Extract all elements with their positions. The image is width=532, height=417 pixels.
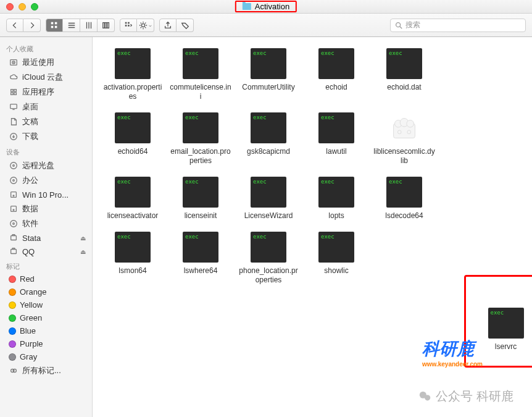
svg-point-11 [141, 23, 144, 27]
sidebar-item[interactable]: Stata⏏ [0, 231, 92, 245]
file-item[interactable]: echoid64 [99, 112, 167, 166]
ext-icon [9, 233, 19, 243]
sidebar-item-label: 应用程序 [22, 86, 54, 98]
back-button[interactable] [6, 19, 23, 32]
cloud-icon [9, 72, 19, 82]
share-button[interactable] [159, 19, 177, 32]
sidebar-item[interactable]: QQ⏏ [0, 245, 92, 258]
sidebar-item[interactable]: Green [0, 311, 92, 324]
svg-point-20 [13, 180, 15, 182]
file-item[interactable]: liblicensecomlic.dylib [370, 112, 438, 166]
sidebar-item-label: Win 10 Pro... [22, 190, 69, 200]
tag-button[interactable] [177, 19, 194, 32]
sidebar-item[interactable]: Purple [0, 337, 92, 350]
titlebar: Activation [0, 0, 532, 14]
exec-icon [115, 232, 151, 263]
file-item[interactable]: gsk8capicmd [235, 112, 302, 166]
sidebar-item[interactable]: Yellow [0, 298, 92, 311]
sidebar-item[interactable]: 办公 [0, 173, 92, 188]
maximize-button[interactable] [31, 3, 38, 11]
gallery-view-button[interactable] [98, 19, 115, 32]
folder-icon [243, 3, 251, 10]
svg-rect-27 [11, 236, 17, 240]
tag-color-icon [9, 353, 16, 361]
sidebar-item[interactable]: 桌面 [0, 99, 92, 114]
sidebar-item[interactable]: Gray [0, 350, 92, 363]
sidebar-item[interactable]: 所有标记... [0, 363, 92, 378]
eject-icon[interactable]: ⏏ [80, 235, 86, 242]
sidebar-item[interactable]: 应用程序 [0, 85, 92, 99]
svg-point-35 [397, 130, 401, 134]
file-item[interactable]: lservrc [466, 308, 532, 352]
close-button[interactable] [6, 3, 14, 11]
file-name: echoid [325, 83, 347, 92]
svg-rect-2 [51, 25, 54, 28]
column-view-button[interactable] [80, 19, 98, 32]
content-area[interactable]: activation.propertiescommutelicense.iniC… [93, 37, 532, 417]
sidebar-item[interactable]: iCloud 云盘 [0, 70, 92, 85]
svg-rect-3 [55, 25, 57, 28]
sidebar-header: 个人收藏 [0, 41, 92, 55]
sidebar-item[interactable]: 下载 [0, 129, 92, 144]
svg-rect-15 [10, 104, 17, 109]
file-item[interactable]: showlic [302, 232, 370, 285]
sidebar-item[interactable]: 软件 [0, 216, 92, 231]
svg-rect-9 [125, 25, 127, 27]
search-input[interactable]: 搜索 [390, 19, 526, 32]
eject-icon[interactable]: ⏏ [80, 248, 86, 255]
sidebar-item[interactable]: Blue [0, 324, 92, 337]
sidebar-item-label: Purple [20, 339, 43, 348]
sidebar-item[interactable]: 远程光盘 [0, 158, 92, 173]
exec-icon [488, 308, 524, 339]
file-item[interactable]: echoid.dat [370, 48, 438, 101]
sidebar-item[interactable]: 数据 [0, 201, 92, 216]
watermark-footer: 公众号 科研鹿 [418, 388, 513, 405]
file-item[interactable]: commutelicense.ini [167, 48, 235, 101]
file-item[interactable]: lawutil [302, 112, 370, 166]
file-item[interactable]: phone_location.properties [235, 232, 302, 285]
file-item[interactable]: lsdecode64 [370, 177, 438, 221]
sidebar-item[interactable]: Red [0, 272, 92, 285]
svg-point-18 [13, 165, 15, 167]
disc-icon [9, 175, 19, 185]
wechat-icon [418, 390, 432, 403]
desktop-icon [9, 102, 19, 112]
svg-rect-0 [51, 22, 54, 24]
action-button[interactable]: ⌵ [137, 19, 154, 32]
toolbar: ⌵ 搜索 [0, 14, 532, 37]
disc-icon [9, 219, 19, 229]
minimize-button[interactable] [19, 3, 26, 11]
svg-point-25 [10, 221, 17, 227]
sidebar-item[interactable]: Win 10 Pro... [0, 188, 92, 201]
nav-buttons [6, 19, 41, 32]
sidebar-item-label: Green [20, 313, 42, 322]
sidebar-item[interactable]: Orange [0, 285, 92, 298]
exec-icon [318, 232, 354, 263]
file-item[interactable]: licenseactivator [99, 177, 167, 221]
forward-button[interactable] [23, 19, 41, 32]
sidebar-item[interactable]: 文稿 [0, 114, 92, 129]
file-item[interactable]: echoid [302, 48, 370, 101]
file-item[interactable]: LicenseWizard [235, 177, 302, 221]
sidebar-item-label: 软件 [22, 218, 38, 229]
clock-icon [9, 57, 19, 67]
file-name: licenseinit [185, 211, 217, 221]
sidebar: 个人收藏最近使用iCloud 云盘应用程序桌面文稿下载设备远程光盘办公Win 1… [0, 37, 93, 417]
arrange-button[interactable] [120, 19, 137, 32]
file-name: licenseactivator [107, 211, 159, 221]
icon-view-button[interactable] [46, 19, 63, 32]
list-view-button[interactable] [63, 19, 80, 32]
file-item[interactable]: CommuterUtility [235, 48, 302, 101]
svg-point-17 [10, 162, 17, 169]
file-item[interactable]: lswhere64 [167, 232, 235, 285]
file-grid: activation.propertiescommutelicense.iniC… [99, 48, 526, 285]
sidebar-item[interactable]: 最近使用 [0, 55, 92, 70]
file-name: activation.properties [102, 83, 164, 101]
svg-point-26 [13, 223, 15, 225]
file-item[interactable]: lopts [302, 177, 370, 221]
file-item[interactable]: licenseinit [167, 177, 235, 221]
file-item[interactable]: email_location.properties [167, 112, 235, 166]
file-item[interactable]: lsmon64 [99, 232, 167, 285]
file-item[interactable]: activation.properties [99, 48, 167, 101]
svg-rect-5 [105, 22, 107, 28]
